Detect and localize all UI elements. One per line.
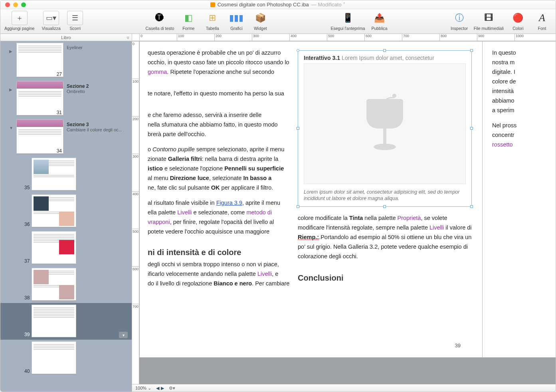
widget-button[interactable]: 📦Widget (251, 11, 270, 31)
heading: Conclusioni (298, 273, 472, 283)
resize-handle[interactable] (297, 127, 299, 130)
fonts-button[interactable]: AFont (532, 11, 552, 31)
next-page-icon: ▶ (160, 386, 165, 390)
maximize-icon[interactable] (21, 2, 26, 7)
app-window: Cosmesi digitale con Photoshop CC.iba — … (0, 0, 556, 392)
scroll-button[interactable]: ☰ Scorri (65, 11, 85, 31)
page-40[interactable]: In questo nostra m digitale. I colore de… (483, 41, 556, 358)
text-column-right[interactable]: colore modificate la Tinta nella palette… (298, 213, 472, 283)
widget-caption[interactable]: Lorem ipsum dolor sit amet, consectetur … (298, 188, 471, 206)
preview-button[interactable]: 📱Esegui l'anteprima (330, 11, 365, 31)
shapes-button[interactable]: ◧Forme (179, 11, 198, 31)
text-box-button[interactable]: 🅣Casella di testo (146, 11, 174, 31)
sidebar-item[interactable]: 38 (0, 266, 132, 303)
sidebar-item[interactable]: ▶ 31 Sezione 2 Ombretto (0, 79, 132, 118)
keynote-icon (361, 91, 409, 156)
widget-title[interactable]: Interattivo 3.1 Lorem Ipsum dolor amet, … (298, 51, 471, 63)
sidebar-item[interactable]: ▶ 27 Eyeliner (0, 41, 132, 79)
chevron-right-icon[interactable]: ▶ (9, 49, 12, 53)
sidebar-item-selected[interactable]: 39 ▾ (0, 303, 132, 340)
sidebar-header: Libro ≡ (0, 34, 132, 41)
stage[interactable]: questa operazione è probabile che un po'… (132, 41, 556, 384)
traffic-lights (5, 2, 26, 7)
sidebar-item[interactable]: 40 (0, 340, 132, 376)
minimize-icon[interactable] (13, 2, 18, 7)
link[interactable]: Proprietà (398, 215, 421, 221)
link[interactable]: Livelli (257, 271, 272, 277)
resize-handle[interactable] (470, 205, 473, 208)
resize-handle[interactable] (383, 49, 386, 52)
sidebar-item[interactable]: ▼ 34 Sezione 3 Cambiare il colore degli … (0, 118, 132, 156)
link[interactable]: metodo di (246, 209, 272, 216)
keynote-widget[interactable]: Interattivo 3.1 Lorem Ipsum dolor amet, … (298, 50, 472, 207)
heading: ni di intensità e di colore (148, 247, 295, 257)
sidebar-item[interactable]: 35 (0, 156, 132, 193)
link[interactable]: rossetto (492, 141, 513, 148)
titlebar: Cosmesi digitale con Photoshop CC.iba — … (0, 0, 556, 9)
widget-preview[interactable] (304, 63, 466, 184)
table-button[interactable]: ⊞Tabella (203, 11, 222, 31)
chevron-down-icon[interactable]: ▾ (119, 332, 128, 338)
resize-handle[interactable] (297, 49, 299, 52)
media-button[interactable]: 🎞File multimediali (474, 11, 504, 31)
chevron-right-icon[interactable]: ▶ (9, 87, 12, 92)
view-button[interactable]: ▭▾ Visualizza (42, 11, 61, 31)
page-39[interactable]: questa operazione è probabile che un po'… (139, 41, 483, 358)
link[interactable]: gomma (148, 69, 167, 75)
resize-handle[interactable] (383, 205, 386, 208)
thumbnail-list[interactable]: ▶ 27 Eyeliner ▶ 31 Sezione 2 (0, 41, 132, 392)
status-bar: 100% ⌄ ◀▶ ⚙︎▾ (132, 384, 556, 392)
sidebar-menu-icon[interactable]: ≡ (127, 35, 129, 40)
text-column[interactable]: In questo nostra m digitale. I colore de… (491, 48, 554, 149)
link[interactable]: Figura 3.9 (216, 200, 242, 206)
page-number: 39 (455, 343, 461, 348)
window-title: Cosmesi digitale con Photoshop CC.iba — … (210, 2, 346, 8)
publish-button[interactable]: 📤Pubblica (370, 11, 389, 31)
link[interactable]: Livelli (429, 224, 444, 231)
sidebar-item[interactable]: 37 (0, 230, 132, 266)
canvas: 0 100 200 300 400 500 600 700 800 900 10… (132, 34, 556, 392)
link[interactable]: Livelli (177, 209, 192, 216)
zoom-level[interactable]: 100% ⌄ (135, 386, 151, 391)
ruler-horizontal: 0 100 200 300 400 500 600 700 800 900 10… (132, 34, 556, 41)
link[interactable]: vrapponi (148, 219, 170, 225)
chevron-down-icon[interactable]: ▼ (9, 126, 13, 130)
document-title: Cosmesi digitale con Photoshop CC.iba (218, 2, 309, 8)
charts-button[interactable]: ▮▮▮Grafici (227, 11, 246, 31)
toolbar: ＋ Aggiungi pagine ▭▾ Visualizza ☰ Scorri… (0, 9, 556, 34)
page-nav[interactable]: ◀▶ (155, 386, 165, 391)
sidebar-item[interactable]: 36 (0, 193, 132, 230)
gear-icon[interactable]: ⚙︎▾ (169, 386, 175, 391)
document-status[interactable]: — Modificato ˅ (311, 2, 346, 8)
resize-handle[interactable] (470, 127, 473, 130)
colors-button[interactable]: 🔴Colori (509, 11, 528, 31)
close-icon[interactable] (5, 2, 10, 7)
text-column-left[interactable]: questa operazione è probabile che un po'… (148, 48, 295, 288)
resize-handle[interactable] (297, 205, 299, 208)
document-icon (210, 2, 215, 7)
svg-rect-0 (383, 129, 386, 145)
sidebar: Libro ≡ ▶ 27 Eyeliner ▶ (0, 34, 132, 392)
add-pages-button[interactable]: ＋ Aggiungi pagine (4, 11, 34, 31)
inspector-button[interactable]: ⓘInspector (450, 11, 469, 31)
svg-point-1 (374, 144, 396, 150)
resize-handle[interactable] (470, 49, 473, 52)
prev-page-icon: ◀ (155, 386, 160, 390)
